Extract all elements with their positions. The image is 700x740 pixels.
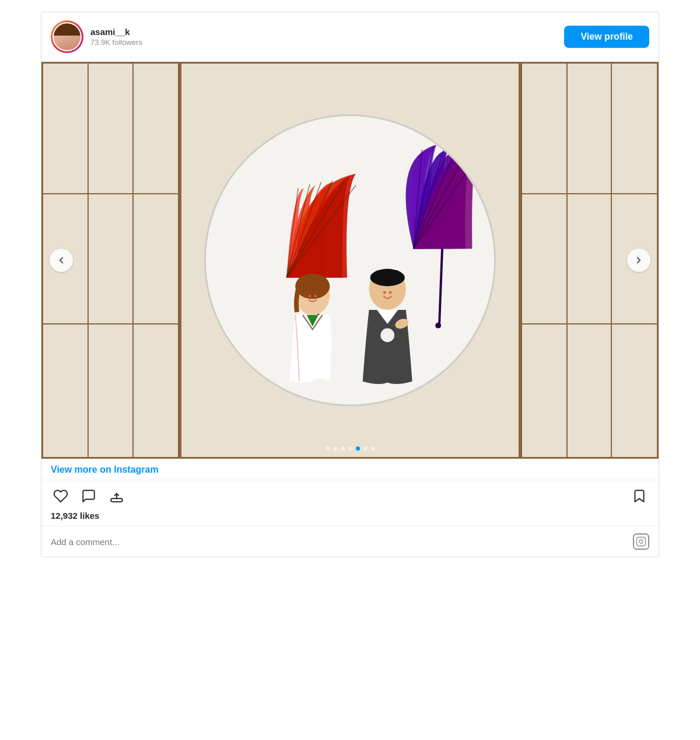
carousel-dots — [41, 446, 659, 451]
view-profile-button[interactable]: View profile — [564, 26, 649, 48]
shoji-background — [41, 62, 659, 459]
share-button[interactable] — [107, 486, 127, 506]
dot-1[interactable] — [326, 446, 330, 451]
svg-point-23 — [380, 329, 394, 343]
circle-frame — [204, 114, 496, 406]
svg-point-18 — [295, 274, 330, 299]
dot-4[interactable] — [348, 446, 352, 451]
chevron-left-icon — [56, 255, 66, 266]
comment-area — [41, 526, 659, 557]
svg-point-25 — [389, 291, 392, 294]
likes-row: 12,932 likes — [41, 509, 659, 526]
bookmark-button[interactable] — [629, 486, 649, 506]
icons-left-group — [51, 486, 127, 506]
user-info: asami__k 73.9K followers — [51, 20, 142, 53]
comment-icon — [81, 488, 96, 504]
instagram-logo-icon — [636, 536, 646, 547]
svg-point-16 — [435, 323, 441, 329]
avatar-hair — [54, 23, 80, 36]
post-image-area — [41, 62, 659, 459]
couple-illustration — [206, 114, 494, 406]
view-more-link[interactable]: View more on Instagram — [51, 465, 159, 474]
shoji-panel-center — [180, 62, 520, 459]
heart-icon — [53, 488, 68, 504]
svg-rect-28 — [111, 498, 123, 501]
followers-count: 73.9K followers — [90, 38, 142, 47]
svg-point-20 — [314, 295, 317, 297]
post-image — [41, 62, 659, 459]
instagram-card: asami__k 73.9K followers View profile — [41, 12, 659, 557]
dot-2[interactable] — [333, 446, 337, 451]
share-icon — [109, 488, 124, 504]
like-button[interactable] — [51, 486, 71, 506]
chevron-right-icon — [634, 255, 644, 266]
avatar-face — [54, 23, 80, 50]
username[interactable]: asami__k — [90, 27, 142, 37]
action-icons-row — [41, 480, 659, 509]
svg-point-19 — [309, 295, 311, 297]
svg-point-22 — [370, 269, 405, 287]
instagram-icon — [633, 533, 649, 550]
svg-point-30 — [639, 540, 643, 543]
bookmark-icon — [632, 488, 647, 504]
dot-3[interactable] — [341, 446, 345, 451]
dot-7[interactable] — [371, 446, 375, 451]
carousel-next-button[interactable] — [627, 249, 650, 272]
comment-button[interactable] — [79, 486, 99, 506]
username-block: asami__k 73.9K followers — [90, 27, 142, 47]
svg-point-31 — [643, 539, 644, 540]
view-more-area: View more on Instagram — [41, 459, 659, 480]
dot-6[interactable] — [363, 446, 368, 451]
avatar-ring[interactable] — [51, 20, 83, 53]
svg-point-24 — [383, 291, 386, 294]
svg-rect-29 — [637, 537, 646, 546]
dot-5[interactable] — [356, 446, 360, 451]
carousel-prev-button[interactable] — [50, 249, 73, 272]
likes-count: 12,932 likes — [51, 511, 99, 521]
post-header: asami__k 73.9K followers View profile — [41, 12, 659, 62]
avatar — [52, 22, 82, 51]
comment-input[interactable] — [51, 537, 633, 547]
